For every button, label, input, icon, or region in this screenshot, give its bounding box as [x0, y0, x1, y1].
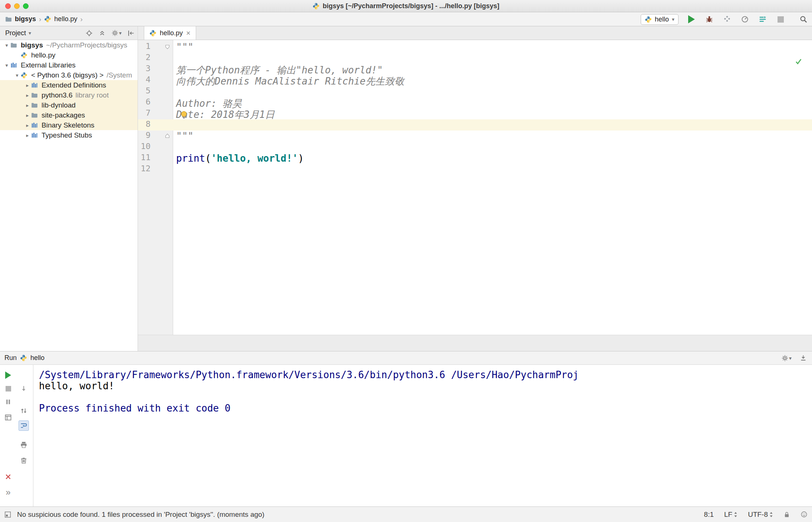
close-panel-button[interactable]: [3, 472, 13, 482]
tab-hello-py[interactable]: hello.py ×: [144, 26, 196, 40]
coverage-button[interactable]: [722, 14, 732, 24]
code-line-9[interactable]: 9""": [138, 130, 812, 142]
breadcrumb-item-bigsys[interactable]: bigsys: [15, 15, 36, 23]
rerun-button[interactable]: [3, 370, 13, 380]
concurrency-button[interactable]: [758, 14, 768, 24]
tree-item-python-3-6-bigsys[interactable]: ▾< Python 3.6 (bigsys) >/System: [0, 70, 138, 80]
line-number: 7: [138, 108, 151, 119]
line-number: 5: [138, 86, 151, 97]
code-line-8[interactable]: 8: [138, 119, 812, 130]
collapse-all-button[interactable]: [99, 30, 106, 37]
hector-inspections-icon[interactable]: [801, 511, 808, 518]
zoom-window-button[interactable]: [23, 3, 29, 9]
expanded-arrow-icon[interactable]: ▾: [3, 62, 10, 68]
soft-wrap-button[interactable]: [19, 420, 29, 431]
locate-file-button[interactable]: [86, 30, 93, 37]
code-text: """: [176, 42, 194, 53]
breadcrumb-item-hello-py[interactable]: hello.py: [54, 15, 77, 23]
toolwindow-switcher-icon[interactable]: [4, 511, 11, 518]
down-stack-button[interactable]: [19, 383, 29, 394]
collapsed-arrow-icon[interactable]: ▸: [24, 132, 31, 138]
pause-output-button[interactable]: [3, 397, 13, 407]
code-line-2[interactable]: 2: [138, 53, 812, 64]
tree-item-typeshed-stubs[interactable]: ▸Typeshed Stubs: [0, 130, 138, 140]
tree-item-bigsys[interactable]: ▾bigsys~/PycharmProjects/bigsys: [0, 40, 138, 50]
code-line-7[interactable]: 7Date: 2018年3月1日: [138, 108, 812, 119]
collapsed-arrow-icon[interactable]: ▸: [24, 92, 31, 98]
fold-marker-icon[interactable]: [165, 44, 170, 50]
expanded-arrow-icon[interactable]: ▾: [3, 42, 10, 48]
code-line-5[interactable]: 5: [138, 86, 812, 97]
code-line-12[interactable]: 12: [138, 164, 812, 175]
stop-process-button[interactable]: [3, 383, 13, 394]
tree-item-hello-py[interactable]: hello.py: [0, 50, 138, 60]
search-everywhere-button[interactable]: [799, 14, 808, 24]
folder-icon: [10, 42, 19, 49]
collapsed-arrow-icon[interactable]: ▸: [24, 82, 31, 88]
expanded-arrow-icon[interactable]: ▾: [13, 72, 21, 78]
close-tab-icon[interactable]: ×: [186, 29, 191, 37]
stack-navigate-button[interactable]: [19, 406, 29, 416]
collapsed-arrow-icon[interactable]: ▸: [24, 102, 31, 108]
tree-item-extended-definitions[interactable]: ▸Extended Definitions: [0, 80, 138, 90]
readonly-lock-icon[interactable]: [783, 511, 790, 518]
code-line-11[interactable]: 11print('hello, world!'): [138, 153, 812, 164]
more-actions-button[interactable]: »: [3, 487, 13, 498]
close-window-button[interactable]: [5, 3, 11, 9]
caret-position[interactable]: 8:1: [704, 511, 714, 519]
tab-label: hello.py: [160, 29, 183, 37]
run-console[interactable]: /System/Library/Frameworks/Python.framew…: [34, 365, 812, 506]
minimize-window-button[interactable]: [14, 3, 20, 9]
run-toolbar: »: [0, 365, 33, 506]
code-line-10[interactable]: 10: [138, 142, 812, 153]
python-icon: [21, 52, 30, 59]
profiler-button[interactable]: [740, 14, 750, 24]
code-line-1[interactable]: 1""": [138, 42, 812, 53]
run-panel-header: Run hello ▾: [0, 351, 812, 365]
line-number: 4: [138, 75, 151, 86]
dock-panel-button[interactable]: [800, 354, 807, 361]
code-editor[interactable]: 1"""23第一个Python程序 - 输出"hello, world!"4向伟…: [138, 40, 812, 335]
project-view-select[interactable]: Project ▾: [5, 29, 31, 37]
clear-console-button[interactable]: [19, 455, 29, 466]
collapsed-arrow-icon[interactable]: ▸: [24, 112, 31, 118]
intention-bulb-icon[interactable]: [179, 110, 188, 119]
python-file-icon: [149, 30, 156, 37]
restore-layout-button[interactable]: [3, 412, 13, 423]
encoding-select[interactable]: UTF-8: [748, 511, 773, 519]
editor-scrollbar-track[interactable]: [138, 335, 812, 351]
code-line-6[interactable]: 6Author: 骆昊: [138, 97, 812, 108]
debug-button[interactable]: [704, 14, 714, 24]
run-button[interactable]: [687, 14, 696, 24]
tree-item-site-packages[interactable]: ▸site-packages: [0, 110, 138, 120]
hide-panel-button[interactable]: [128, 30, 135, 37]
run-configuration-label: hello: [655, 16, 669, 23]
tree-item-label: External Libraries: [21, 61, 76, 69]
code-text: """: [176, 130, 194, 142]
run-panel-config-label: hello: [30, 354, 44, 362]
tree-item-lib-dynload[interactable]: ▸lib-dynload: [0, 100, 138, 110]
collapsed-arrow-icon[interactable]: ▸: [24, 122, 31, 128]
folder-icon: [31, 92, 40, 99]
settings-button[interactable]: ▾: [112, 30, 122, 36]
console-line: hello, world!: [39, 380, 812, 392]
chevron-right-icon: ›: [80, 15, 82, 23]
code-line-4[interactable]: 4向伟大的Dennis MacAlistair Ritchie先生致敬: [138, 75, 812, 86]
print-button[interactable]: [19, 440, 29, 450]
folder-icon: [5, 16, 12, 23]
code-line-3[interactable]: 3第一个Python程序 - 输出"hello, world!": [138, 64, 812, 75]
run-settings-button[interactable]: ▾: [782, 355, 792, 361]
tree-item-python3-6[interactable]: ▸python3.6library root: [0, 90, 138, 100]
inspections-ok-icon[interactable]: [795, 58, 802, 65]
stop-button[interactable]: [776, 14, 785, 24]
code-text: Date: 2018年3月1日: [176, 108, 275, 119]
tree-item-binary-skeletons[interactable]: ▸Binary Skeletons: [0, 120, 138, 130]
project-tree[interactable]: ▾bigsys~/PycharmProjects/bigsyshello.py▾…: [0, 40, 138, 351]
tree-item-label: < Python 3.6 (bigsys) >: [31, 71, 103, 79]
run-configuration-select[interactable]: hello ▾: [641, 14, 679, 25]
fold-marker-icon[interactable]: [165, 133, 170, 139]
tree-item-label: hello.py: [31, 51, 56, 59]
python-file-icon: [44, 16, 51, 23]
tree-item-external-libraries[interactable]: ▾External Libraries: [0, 60, 138, 70]
line-separator-select[interactable]: LF: [724, 511, 737, 519]
